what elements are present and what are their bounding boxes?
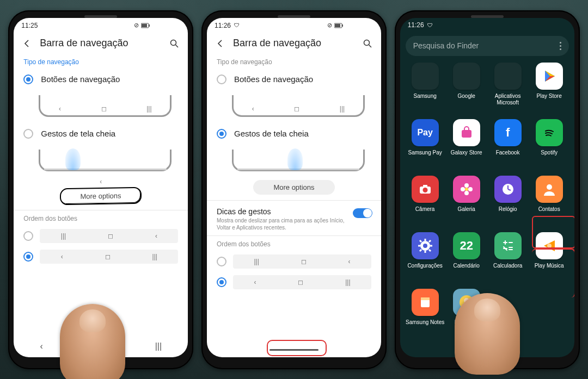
radio-icon xyxy=(23,74,33,84)
search-icon[interactable] xyxy=(168,38,180,49)
app-play-música[interactable]: Play Música xyxy=(529,232,570,287)
order-option-2[interactable]: ‹ ◻ ||| xyxy=(207,272,381,293)
radio-label: Gestos de tela cheia xyxy=(41,129,115,138)
folder-icon xyxy=(494,63,522,90)
status-time: 11:25 xyxy=(21,22,38,29)
svg-point-17 xyxy=(461,187,465,191)
app-samsung-pay[interactable]: PaySamsung Pay xyxy=(405,119,446,173)
section-nav-type: Tipo de navegação xyxy=(14,56,188,69)
app-label: Samsung Notes xyxy=(406,319,444,331)
page-title: Barra de navegação xyxy=(233,38,355,49)
app-spotify[interactable]: Spotify xyxy=(529,119,570,173)
app-relógio[interactable]: Relógio xyxy=(487,176,529,230)
svg-point-18 xyxy=(468,187,473,191)
svg-rect-1 xyxy=(142,24,147,27)
svg-rect-2 xyxy=(149,24,150,27)
radio-label: Gestos de tela cheia xyxy=(234,129,309,138)
app-câmera[interactable]: Câmera xyxy=(405,176,446,230)
back-icon[interactable] xyxy=(21,38,33,49)
svg-point-25 xyxy=(423,244,427,248)
apps-grid[interactable]: SamsungGoogleAplicativos MicrosoftPlay S… xyxy=(400,63,574,343)
nav-recents-icon[interactable]: ||| xyxy=(155,341,162,351)
avatar-icon xyxy=(453,289,480,316)
app-label: Samsung xyxy=(414,93,437,105)
more-options-button[interactable]: More options xyxy=(60,187,142,205)
app-aplicativos-microsoft[interactable]: Aplicativos Microsoft xyxy=(487,63,529,117)
order-symbols: ||| ◻ ‹ xyxy=(40,229,178,243)
phone-speaker xyxy=(471,15,504,18)
page-title: Barra de navegação xyxy=(40,38,162,49)
radio-nav-buttons[interactable]: Botões de navegação xyxy=(14,69,188,90)
app-label: Calculadora xyxy=(493,263,522,275)
app-galeria[interactable]: Galeria xyxy=(446,176,487,230)
app-play-store[interactable]: Play Store xyxy=(529,63,570,117)
person-icon xyxy=(536,176,563,203)
svg-point-15 xyxy=(464,183,469,188)
app-label: Google xyxy=(458,93,475,105)
app-samsung[interactable]: Samsung xyxy=(405,63,446,117)
app-contatos[interactable]: Contatos xyxy=(529,176,570,230)
finder-search[interactable]: Pesquisa do Finder xyxy=(406,36,569,56)
order-symbols: ‹ ◻ ||| xyxy=(233,275,371,289)
order-option-1[interactable]: ||| ◻ ‹ xyxy=(207,251,381,272)
radio-label: Botões de navegação xyxy=(234,74,313,84)
svg-line-30 xyxy=(420,240,421,242)
order-option-1[interactable]: ||| ◻ ‹ xyxy=(14,226,188,246)
finder-placeholder: Pesquisa do Finder xyxy=(413,41,479,50)
app-label: Aplicativos Microsoft xyxy=(487,93,529,105)
radio-gestures[interactable]: Gestos de tela cheia xyxy=(207,123,381,144)
app-galaxy-store[interactable]: Galaxy Store xyxy=(446,119,487,173)
folder: 22 xyxy=(453,232,480,259)
app-calendário[interactable]: 22Calendário xyxy=(446,232,487,287)
app-configurações[interactable]: Configurações xyxy=(405,232,446,287)
app-calculadora[interactable]: Calculadora xyxy=(487,232,529,287)
nav-home-icon[interactable]: ◻ xyxy=(95,341,102,351)
app-facebook[interactable]: fFacebook xyxy=(487,119,529,173)
gear-icon xyxy=(412,232,439,259)
page-header: Barra de navegação xyxy=(14,33,188,56)
svg-line-31 xyxy=(429,250,431,251)
diagram-gestures xyxy=(39,145,171,175)
radio-label: Botões de navegação xyxy=(41,74,120,84)
app-label: Câmera xyxy=(415,206,435,218)
phone-frame-2: 11:26 🛡 ⊘ Barra de navegação Tipo de nav… xyxy=(201,10,387,369)
search-icon[interactable] xyxy=(362,38,373,49)
radio-gestures[interactable]: Gestos de tela cheia xyxy=(14,123,188,144)
page-header: Barra de navegação xyxy=(207,33,381,56)
app-instalador-fortnite[interactable]: Instalador Fortnite xyxy=(446,289,487,343)
order-option-2[interactable]: ‹ ◻ ||| xyxy=(14,246,188,267)
radio-nav-buttons[interactable]: Botões de navegação xyxy=(207,69,381,90)
divider xyxy=(14,210,188,210)
more-menu-icon[interactable] xyxy=(560,42,561,50)
app-google[interactable]: Google xyxy=(446,63,487,117)
svg-rect-14 xyxy=(423,185,427,187)
flower-icon xyxy=(453,176,480,203)
more-options-button[interactable]: More options xyxy=(253,180,335,195)
svg-line-32 xyxy=(429,240,431,242)
status-bar: 11:26 🛡 ⊘ xyxy=(207,18,381,33)
no-sim-icon: ⊘ xyxy=(327,22,332,29)
nav-back-icon[interactable]: ‹ xyxy=(40,341,43,351)
status-bar: 11:25 ⊘ xyxy=(14,18,188,33)
svg-rect-10 xyxy=(462,130,471,138)
chevron-down-icon: ‹ xyxy=(14,178,188,185)
no-sim-icon: ⊘ xyxy=(134,22,139,29)
status-bar: 11:26 🛡 xyxy=(400,18,574,33)
gesture-pill[interactable] xyxy=(400,343,574,357)
back-icon[interactable] xyxy=(215,38,226,49)
gesture-hints-toggle[interactable]: Dicas de gestos Mostra onde deslizar par… xyxy=(207,203,381,234)
phone-speaker xyxy=(278,15,310,18)
folder-icon xyxy=(453,63,480,90)
app-samsung-notes[interactable]: Samsung Notes xyxy=(405,289,446,343)
app-label: Samsung Pay xyxy=(408,150,442,161)
battery-icon xyxy=(334,23,344,28)
folder: f xyxy=(494,119,522,146)
svg-rect-46 xyxy=(463,304,470,309)
bag-icon xyxy=(453,119,480,146)
switch-on-icon[interactable] xyxy=(353,208,372,218)
gesture-pill[interactable] xyxy=(207,343,381,357)
clock-icon xyxy=(494,176,522,203)
system-navbar[interactable]: ‹ ◻ ||| xyxy=(14,335,188,357)
toggle-subtitle: Mostra onde deslizar para cima para as a… xyxy=(217,217,347,231)
app-label: Play Store xyxy=(537,93,562,105)
